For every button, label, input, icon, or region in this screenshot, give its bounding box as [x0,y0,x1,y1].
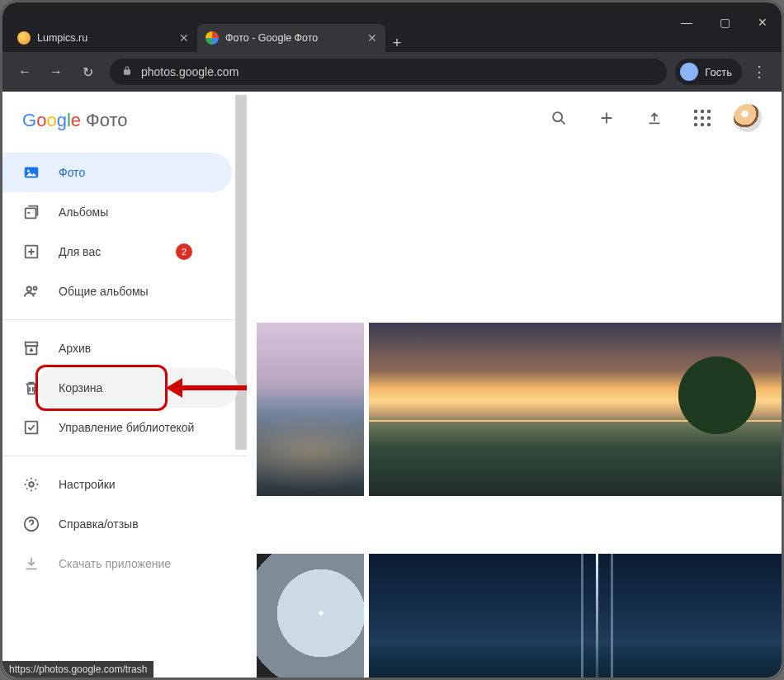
tab-title: Lumpics.ru [37,32,87,44]
app-logo[interactable]: Google Фото [2,92,247,146]
photo-row-2 [257,554,782,678]
sidebar-item-utilities[interactable]: Управление библиотекой [2,408,232,447]
svg-rect-2 [26,208,36,218]
account-avatar[interactable] [734,104,762,132]
window-close-button[interactable]: ✕ [744,7,782,37]
page-content: Google Фото Фото Альбомы Для вас 2 Общие… [2,92,782,678]
sidebar-item-download-app[interactable]: Скачать приложение [2,544,232,583]
sidebar-scrollbar[interactable] [235,95,247,466]
sidebar-item-label: Настройки [59,478,116,491]
svg-point-11 [553,112,562,121]
archive-icon [22,339,40,357]
browser-menu-button[interactable]: ⋮ [745,63,773,81]
sidebar-item-label: Справка/отзыв [59,517,139,531]
sidebar-item-photos[interactable]: Фото [2,153,232,192]
guest-avatar-icon [680,63,698,81]
photo-thumbnail[interactable] [369,554,782,678]
header-actions [522,92,782,144]
sidebar-item-label: Общие альбомы [59,285,149,298]
svg-point-1 [27,170,30,172]
favicon-icon [17,31,31,45]
svg-rect-8 [26,422,38,434]
browser-tab-strip: Lumpics.ru ✕ Фото - Google Фото ✕ + — ▢ … [2,16,782,52]
sidebar-item-archive[interactable]: Архив [2,328,232,368]
help-icon [22,515,40,533]
browser-tab-google-photos[interactable]: Фото - Google Фото ✕ [197,24,385,52]
albums-icon [22,203,40,221]
main-panel [247,92,782,678]
for-you-icon [22,243,40,261]
sidebar-item-settings[interactable]: Настройки [2,465,232,504]
create-button[interactable] [590,102,623,135]
sharing-icon [22,282,40,300]
sidebar-item-label: Корзина [59,381,102,394]
svg-point-9 [29,482,34,487]
divider [2,456,247,456]
new-tab-button[interactable]: + [385,35,409,52]
omnibox[interactable]: photos.google.com [110,59,667,85]
close-tab-icon[interactable]: ✕ [367,32,377,44]
utilities-icon [22,418,40,437]
window-minimize-button[interactable]: — [668,7,706,37]
sidebar-item-label: Для вас [59,245,101,258]
sidebar-item-label: Альбомы [59,205,108,219]
upload-button[interactable] [638,102,671,135]
omnibox-url: photos.google.com [141,65,239,78]
nav-forward-button[interactable]: → [42,58,70,86]
download-icon [22,555,40,573]
google-apps-button[interactable] [686,102,719,135]
search-button[interactable] [542,102,575,135]
sidebar-item-label: Управление библиотекой [59,421,194,434]
svg-point-4 [27,287,32,292]
profile-label: Гость [705,66,732,78]
divider [2,319,247,320]
favicon-icon [205,31,219,45]
tab-title: Фото - Google Фото [225,32,318,44]
nav-reload-button[interactable]: ↻ [73,58,102,86]
sidebar-item-albums[interactable]: Альбомы [2,192,232,232]
apps-grid-icon [694,110,711,126]
notification-badge: 2 [176,243,192,260]
sidebar-item-label: Архив [59,342,91,355]
status-bar-url: https://photos.google.com/trash [2,661,153,678]
annotation-arrow [166,378,247,398]
photo-thumbnail[interactable] [257,323,364,496]
nav-back-button[interactable]: ← [11,58,39,86]
photo-row-1 [257,323,782,496]
photos-icon [22,163,40,182]
lock-icon [121,65,133,79]
sidebar-item-help[interactable]: Справка/отзыв [2,504,232,544]
browser-tab-lumpics[interactable]: Lumpics.ru ✕ [9,24,197,52]
sidebar-item-label: Фото [59,166,85,179]
trash-icon [22,379,40,397]
window-frame: Lumpics.ru ✕ Фото - Google Фото ✕ + — ▢ … [0,0,784,680]
profile-chip[interactable]: Гость [675,59,742,85]
photo-thumbnail[interactable] [257,554,364,678]
photo-thumbnail[interactable] [369,323,782,496]
window-maximize-button[interactable]: ▢ [706,7,744,37]
sidebar-item-for-you[interactable]: Для вас 2 [2,232,232,272]
google-logo-icon: Google [22,110,81,131]
sidebar: Google Фото Фото Альбомы Для вас 2 Общие… [2,92,247,678]
sidebar-item-label: Скачать приложение [59,557,171,570]
window-controls: — ▢ ✕ [668,7,782,37]
close-tab-icon[interactable]: ✕ [179,32,189,44]
os-titlebar [2,2,782,16]
sidebar-item-sharing[interactable]: Общие альбомы [2,272,232,311]
gear-icon [22,475,40,493]
address-bar: ← → ↻ photos.google.com Гость ⋮ [2,52,782,92]
app-name: Фото [86,110,128,131]
svg-point-5 [34,286,37,290]
